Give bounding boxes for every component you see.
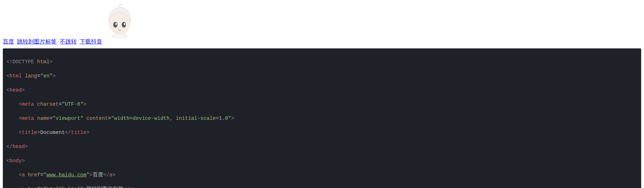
code-line: <!DOCTYPE html> bbox=[6, 58, 638, 65]
preview-image bbox=[102, 3, 137, 38]
preview-link-imgtag[interactable]: 跳转到图片标签 bbox=[17, 39, 57, 45]
preview-link-nojump[interactable]: 不跳转 bbox=[60, 39, 77, 45]
code-line: <a href="html05.html">跳转到图片标签</a> bbox=[6, 186, 638, 188]
code-line: <html lang="en"> bbox=[6, 72, 638, 80]
svg-point-2 bbox=[113, 22, 117, 28]
code-line: </head> bbox=[6, 143, 638, 150]
svg-point-4 bbox=[115, 23, 117, 25]
svg-point-5 bbox=[124, 23, 125, 25]
code-line: <meta name="viewport" content="width=dev… bbox=[6, 115, 638, 122]
html-source-code-block: <!DOCTYPE html> <html lang="en"> <head> … bbox=[3, 48, 641, 188]
preview-link-download[interactable]: 下载抖音 bbox=[80, 39, 102, 45]
html-preview-area: 百度 跳转到图片标签 不跳转 下载抖音 bbox=[0, 0, 644, 47]
preview-link-baidu[interactable]: 百度 bbox=[3, 39, 14, 45]
code-line: <title>Document</title> bbox=[6, 129, 638, 136]
code-line: <meta charset="UTF-8"> bbox=[6, 101, 638, 108]
code-line: <a href="www.baidu.com">百度</a> bbox=[6, 171, 638, 178]
code-line: <head> bbox=[6, 87, 638, 94]
code-line: <body> bbox=[6, 157, 638, 164]
svg-point-3 bbox=[122, 22, 126, 28]
